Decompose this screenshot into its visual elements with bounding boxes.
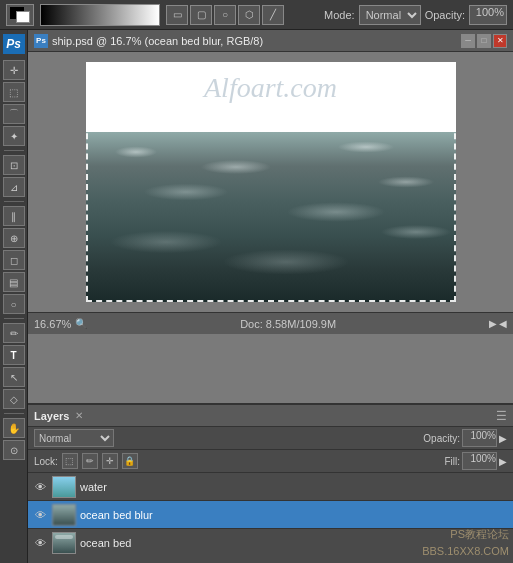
- document-info: Doc: 8.58M/109.9M: [91, 318, 485, 330]
- crop-tool[interactable]: ⊡: [3, 155, 25, 175]
- canvas-container[interactable]: Alfoart.com: [28, 52, 513, 312]
- layer-thumbnail-ocean-blur: [52, 504, 76, 526]
- path-select-tool[interactable]: ↖: [3, 367, 25, 387]
- mode-controls: Mode: Normal Opacity: 100%: [324, 5, 507, 25]
- swatch-inner: [10, 7, 30, 23]
- panel-menu-icon[interactable]: ☰: [496, 409, 507, 423]
- left-toolbar: Ps ✛ ⬚ ⌒ ✦ ⊡ ⊿ ∥ ⊕ ◻ ▤ ○ ✏ T ↖ ◇ ✋ ⊙: [0, 30, 28, 563]
- separator-3: [4, 318, 24, 319]
- eraser-tool[interactable]: ◻: [3, 250, 25, 270]
- layers-titlebar: Layers ✕ ☰: [28, 405, 513, 427]
- opacity-control: Opacity: 100% ▶: [423, 429, 507, 447]
- move-tool[interactable]: ✛: [3, 60, 25, 80]
- mode-select[interactable]: Normal: [359, 5, 421, 25]
- fill-value[interactable]: 100%: [462, 452, 497, 470]
- eyedropper-tool[interactable]: ⊿: [3, 177, 25, 197]
- fill-control: Fill: 100% ▶: [444, 452, 507, 470]
- layer-name-ocean-blur: ocean bed blur: [80, 509, 509, 521]
- zoom-percentage: 16.67%: [34, 318, 71, 330]
- lock-all-icon[interactable]: 🔒: [122, 453, 138, 469]
- layer-visibility-water[interactable]: 👁: [32, 479, 48, 495]
- shape-tool[interactable]: ◇: [3, 389, 25, 409]
- window-buttons: ─ □ ✕: [461, 34, 507, 48]
- side-watermark-line1: PS教程论坛: [422, 526, 509, 543]
- document-icon: Ps: [34, 34, 48, 48]
- watermark-text: Alfoart.com: [86, 72, 456, 104]
- zoom-icon[interactable]: 🔍: [75, 318, 87, 329]
- canvas-content: Alfoart.com: [86, 62, 456, 302]
- background-swatch: [16, 11, 30, 23]
- opacity-label: Opacity:: [425, 9, 465, 21]
- blend-opacity-controls: Normal Opacity: 100% ▶: [28, 427, 513, 450]
- lock-fill-row: Lock: ⬚ ✏ ✛ 🔒 Fill: 100% ▶: [28, 450, 513, 473]
- ocean-foam: [86, 132, 456, 302]
- polygon-tool[interactable]: ⬡: [238, 5, 260, 25]
- hand-tool[interactable]: ✋: [3, 418, 25, 438]
- document-titlebar: Ps ship.psd @ 16.7% (ocean bed blur, RGB…: [28, 30, 513, 52]
- document-window: Ps ship.psd @ 16.7% (ocean bed blur, RGB…: [28, 30, 513, 403]
- gradient-tool[interactable]: ▤: [3, 272, 25, 292]
- canvas[interactable]: Alfoart.com: [86, 62, 456, 302]
- layers-panel-title: Layers: [34, 410, 69, 422]
- nav-right-arrow[interactable]: ▶: [489, 318, 497, 329]
- separator-2: [4, 201, 24, 202]
- top-toolbar: ▭ ▢ ○ ⬡ ╱ Mode: Normal Opacity: 100%: [0, 0, 513, 30]
- layers-close-x[interactable]: ✕: [75, 410, 83, 421]
- opacity-ctrl-value[interactable]: 100%: [462, 429, 497, 447]
- side-watermark-line2: BBS.16XX8.COM: [422, 543, 509, 560]
- mode-label: Mode:: [324, 9, 355, 21]
- circle-tool[interactable]: ○: [214, 5, 236, 25]
- lock-transparent-icon[interactable]: ⬚: [62, 453, 78, 469]
- layer-item-water[interactable]: 👁 water: [28, 473, 513, 501]
- nav-left-arrow[interactable]: ◀: [499, 318, 507, 329]
- opacity-ctrl-label: Opacity:: [423, 433, 460, 444]
- dodge-tool[interactable]: ○: [3, 294, 25, 314]
- marquee-tool[interactable]: ⬚: [3, 82, 25, 102]
- rounded-rect-tool[interactable]: ▢: [190, 5, 212, 25]
- line-tool[interactable]: ╱: [262, 5, 284, 25]
- minimize-button[interactable]: ─: [461, 34, 475, 48]
- blend-mode-select[interactable]: Normal: [34, 429, 114, 447]
- fill-arrow-icon[interactable]: ▶: [499, 456, 507, 467]
- text-tool[interactable]: T: [3, 345, 25, 365]
- lock-image-icon[interactable]: ✏: [82, 453, 98, 469]
- nav-arrows: ▶ ◀: [489, 318, 507, 329]
- ocean-image: [86, 132, 456, 302]
- foreground-background-swatch[interactable]: [6, 4, 34, 26]
- selection-midline: [86, 127, 456, 129]
- layer-thumbnail-ocean-bed: [52, 532, 76, 554]
- opacity-arrow-icon[interactable]: ▶: [499, 433, 507, 444]
- document-title: ship.psd @ 16.7% (ocean bed blur, RGB/8): [52, 35, 457, 47]
- lock-label: Lock:: [34, 456, 58, 467]
- fill-label: Fill:: [444, 456, 460, 467]
- opacity-value[interactable]: 100%: [469, 5, 507, 25]
- lock-position-icon[interactable]: ✛: [102, 453, 118, 469]
- magic-wand-tool[interactable]: ✦: [3, 126, 25, 146]
- side-watermark: PS教程论坛 BBS.16XX8.COM: [418, 522, 513, 563]
- close-button[interactable]: ✕: [493, 34, 507, 48]
- separator-4: [4, 413, 24, 414]
- main-area: Ps ✛ ⬚ ⌒ ✦ ⊡ ⊿ ∥ ⊕ ◻ ▤ ○ ✏ T ↖ ◇ ✋ ⊙ Ps …: [0, 30, 513, 563]
- layers-panel: Layers ✕ ☰ Normal Opacity: 100% ▶ Lock: …: [28, 403, 513, 563]
- status-bar: 16.67% 🔍 Doc: 8.58M/109.9M ▶ ◀: [28, 312, 513, 334]
- layer-name-water: water: [80, 481, 509, 493]
- layer-visibility-ocean-blur[interactable]: 👁: [32, 507, 48, 523]
- pen-tool[interactable]: ✏: [3, 323, 25, 343]
- zoom-tool[interactable]: ⊙: [3, 440, 25, 460]
- ps-logo: Ps: [3, 34, 25, 54]
- layer-visibility-ocean-bed[interactable]: 👁: [32, 535, 48, 551]
- layer-thumbnail-water: [52, 476, 76, 498]
- shape-tools: ▭ ▢ ○ ⬡ ╱: [166, 5, 284, 25]
- maximize-button[interactable]: □: [477, 34, 491, 48]
- separator-1: [4, 150, 24, 151]
- right-area: Ps ship.psd @ 16.7% (ocean bed blur, RGB…: [28, 30, 513, 563]
- rectangle-tool[interactable]: ▭: [166, 5, 188, 25]
- gradient-preview[interactable]: [40, 4, 160, 26]
- brush-tool[interactable]: ∥: [3, 206, 25, 226]
- clone-tool[interactable]: ⊕: [3, 228, 25, 248]
- lasso-tool[interactable]: ⌒: [3, 104, 25, 124]
